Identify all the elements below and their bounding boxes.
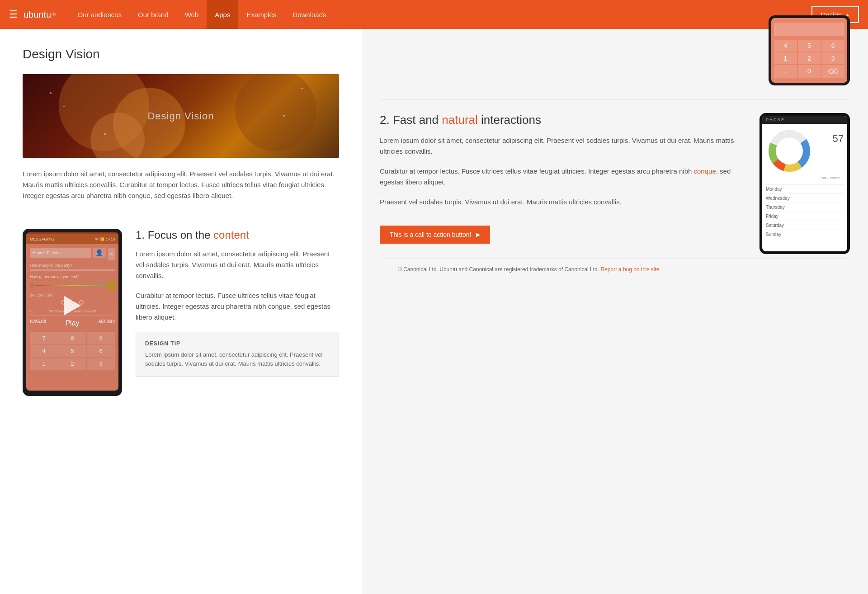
phone-day-thursday: Thursday	[766, 203, 844, 212]
page-layout: Design Vision Design Vision Lorem ipsum …	[0, 29, 868, 594]
hero-image-text: Design Vision	[147, 110, 214, 122]
dial-keypad: 4 5 6 1 2 3 . 0 ⌫	[774, 40, 844, 78]
dial-key-6: 6	[821, 40, 844, 52]
phone-mockup-left: MESSAGING ✉ 📶 14:10 Honest T... lator 👤	[23, 229, 122, 396]
phone-screen-weather: PHONE 57 Part... colder...	[762, 116, 847, 251]
phone-day-list: Monday Wednesday Thursday Friday Saturda…	[762, 184, 847, 239]
nav-link-our-brand[interactable]: Our brand	[130, 0, 177, 29]
main-content: Design Vision Design Vision Lorem ipsum …	[0, 29, 362, 594]
play-label: Play	[65, 319, 79, 327]
dial-screen: 4 5 6 1 2 3 . 0 ⌫	[771, 18, 847, 83]
dial-display	[774, 23, 844, 36]
navbar: ☰ ubuntu© Our audiences Our brand Web Ap…	[0, 0, 868, 29]
play-icon[interactable]	[64, 296, 81, 316]
design-tip-label: DESIGN TIP	[145, 340, 330, 347]
phone-mockup-weather: PHONE 57 Part... colder...	[760, 113, 850, 254]
phone-day-wednesday: Wednesday	[766, 193, 844, 203]
section-divider	[23, 215, 339, 215]
dial-key-5: 5	[798, 40, 821, 52]
phone-number-display: 57	[833, 133, 844, 145]
footer-bug-link[interactable]: Report a bug on this site	[600, 266, 659, 273]
sidebar-divider	[380, 99, 850, 99]
hamburger-icon[interactable]: ☰	[9, 9, 18, 20]
cta-button-label: This is a call to action button!	[390, 231, 472, 238]
dial-key-1: 1	[774, 52, 797, 64]
play-overlay[interactable]: Play	[26, 232, 118, 391]
conque-link[interactable]: conque	[694, 167, 716, 175]
page-title: Design Vision	[23, 47, 339, 61]
intro-body-text: Lorem ipsum dolor sit amet, consectetur …	[23, 169, 339, 201]
nav-link-examples[interactable]: Examples	[238, 0, 284, 29]
section2-area: PHONE 57 Part... colder...	[380, 113, 850, 259]
nav-link-our-audiences[interactable]: Our audiences	[70, 0, 130, 29]
chart-label: Part... colder...	[767, 176, 843, 180]
nav-link-web[interactable]: Web	[177, 0, 207, 29]
phone-app-topbar: PHONE	[762, 116, 847, 124]
nav-link-downloads[interactable]: Downloads	[284, 0, 334, 29]
phone-day-friday: Friday	[766, 212, 844, 221]
dial-key-dot: .	[774, 65, 797, 78]
cta-arrow-icon: ▶	[476, 231, 480, 238]
section1-body2: Curabitur at tempor lectus. Fusce ultric…	[136, 290, 339, 323]
phone-day-monday: Monday	[766, 184, 844, 193]
phone-chart-area: 57 Part... colder...	[762, 124, 847, 184]
dial-key-3: 3	[821, 52, 844, 64]
design-tip-box: DESIGN TIP Lorem ipsum dolor sit amet, c…	[136, 332, 339, 377]
donut-chart	[767, 128, 812, 174]
phone-mockup-dial: 4 5 6 1 2 3 . 0 ⌫	[769, 15, 850, 85]
cta-button[interactable]: This is a call to action button! ▶	[380, 226, 490, 244]
phone-day-sunday: Sunday	[766, 230, 844, 239]
site-logo[interactable]: ubuntu©	[24, 9, 56, 20]
design-tip-text: Lorem ipsum dolor sit amet, consectetur …	[145, 350, 330, 368]
hero-image: Design Vision	[23, 74, 339, 158]
dial-key-4: 4	[774, 40, 797, 52]
phone-screen-dial: 4 5 6 1 2 3 . 0 ⌫	[771, 18, 847, 83]
dial-key-2: 2	[798, 52, 821, 64]
footer: © Canonical Ltd. Ubuntu and Canonical ar…	[380, 259, 850, 280]
right-sidebar: 4 5 6 1 2 3 . 0 ⌫ PHO	[362, 29, 868, 594]
phone-day-saturday: Saturday	[766, 221, 844, 230]
section1-content: 1. Focus on the content Lorem ipsum dolo…	[136, 229, 339, 377]
section1-heading: 1. Focus on the content	[136, 229, 339, 241]
focus-content-section: MESSAGING ✉ 📶 14:10 Honest T... lator 👤	[23, 229, 339, 396]
section1-body1: Lorem ipsum dolor sit amet, consectetur …	[136, 249, 339, 281]
nav-links: Our audiences Our brand Web Apps Example…	[70, 0, 812, 29]
nav-link-apps[interactable]: Apps	[207, 0, 238, 29]
phone-screen-left: MESSAGING ✉ 📶 14:10 Honest T... lator 👤	[26, 232, 118, 391]
dial-key-0: 0	[798, 65, 821, 78]
dial-key-backspace: ⌫	[821, 65, 844, 78]
footer-text: © Canonical Ltd. Ubuntu and Canonical ar…	[398, 266, 599, 273]
